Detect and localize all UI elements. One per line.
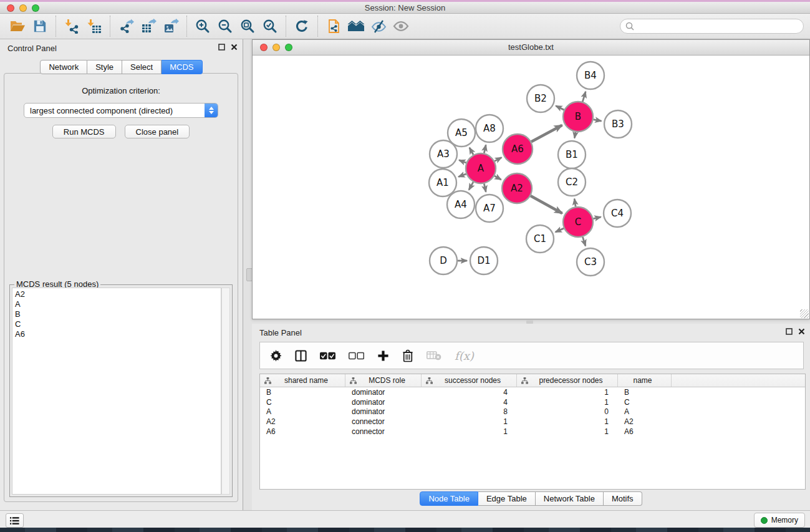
export-table-button[interactable] [137,16,160,37]
table-row[interactable]: Cdominator41C [260,397,805,407]
tab-edge-table[interactable]: Edge Table [478,491,536,506]
graph-edge-B-B3[interactable] [594,120,602,121]
graph-node-D1[interactable]: D1 [470,247,498,274]
result-scrollbar[interactable] [221,288,230,495]
show-column-button[interactable] [295,350,307,362]
graph-edge-A-A8[interactable] [484,145,486,153]
cell-shared-name[interactable]: B [260,388,345,397]
cell-mcds-role[interactable]: connector [345,427,422,436]
window-resize-grip[interactable] [800,309,809,318]
search-box[interactable] [620,19,804,34]
zoom-fit-button[interactable] [236,16,259,37]
graph-edge-A-A3[interactable] [459,160,466,163]
cell-mcds-role[interactable]: dominator [345,398,422,407]
graph-node-C3[interactable]: C3 [577,248,604,276]
tab-node-table[interactable]: Node Table [420,491,478,506]
table-row[interactable]: A6connector11A6 [260,427,805,437]
graph-edge-C-C3[interactable] [582,237,585,246]
graph-edge-A2-C[interactable] [531,196,562,213]
cell-shared-name[interactable]: A2 [260,417,345,426]
graph-node-A[interactable]: A [466,153,496,183]
export-image-button[interactable] [160,16,182,37]
cell-predecessor-nodes[interactable]: 1 [517,388,618,397]
cell-name[interactable]: A2 [618,417,672,426]
cell-name[interactable]: B [618,388,672,397]
graph-edge-A-A4[interactable] [469,182,473,190]
graph-node-C4[interactable]: C4 [604,200,631,227]
import-table-button[interactable] [83,16,105,37]
save-session-button[interactable] [29,16,51,37]
float-panel-icon[interactable] [786,328,793,335]
deselect-all-button[interactable] [349,352,364,360]
float-panel-icon[interactable] [218,44,225,51]
cell-shared-name[interactable]: A [260,407,345,416]
new-network-from-file-button[interactable] [322,16,345,37]
cell-predecessor-nodes[interactable]: 1 [517,398,618,407]
graph-node-B2[interactable]: B2 [527,85,554,112]
close-panel-icon[interactable] [798,328,805,335]
graph-edge-A-A7[interactable] [484,183,486,191]
graph-edge-A6-B[interactable] [531,125,562,142]
tab-network-table[interactable]: Network Table [536,491,604,506]
graph-edge-B-B2[interactable] [556,106,564,110]
cell-shared-name[interactable]: C [260,398,345,407]
memory-button[interactable]: Memory [754,513,805,528]
cell-mcds-role[interactable]: dominator [345,388,422,397]
search-input[interactable] [637,21,803,32]
add-column-button[interactable] [377,350,389,362]
result-item[interactable]: C [15,319,221,329]
import-network-button[interactable] [60,16,83,37]
cell-mcds-role[interactable]: dominator [345,407,422,416]
column-header-shared-name[interactable]: shared name [260,374,345,387]
export-network-button[interactable] [115,16,137,37]
cell-shared-name[interactable]: A6 [260,427,345,436]
graph-node-C[interactable]: C [563,207,593,237]
graph-edge-A-A6[interactable] [494,157,501,161]
graph-node-A8[interactable]: A8 [476,115,503,142]
cell-mcds-role[interactable]: connector [345,417,422,426]
criterion-select[interactable]: largest connected component (directed) [24,103,218,118]
cell-successor-nodes[interactable]: 1 [422,427,517,436]
graph-node-A7[interactable]: A7 [476,195,503,222]
graph-edge-C-C4[interactable] [593,217,600,219]
cell-successor-nodes[interactable]: 1 [422,417,517,426]
home-button[interactable] [345,16,367,37]
mcds-result-list[interactable]: A2ABCA6 [12,288,221,495]
result-item[interactable]: A2 [15,289,221,299]
cell-successor-nodes[interactable]: 8 [422,407,517,416]
result-item[interactable]: A6 [15,329,221,339]
graph-node-C1[interactable]: C1 [526,225,554,253]
graph-node-A5[interactable]: A5 [448,119,475,147]
cell-name[interactable]: A6 [618,427,672,436]
cell-predecessor-nodes[interactable]: 0 [517,407,618,416]
tab-motifs[interactable]: Motifs [604,491,642,506]
column-header-name[interactable]: name [618,374,672,387]
delete-column-button[interactable] [402,349,413,362]
table-row[interactable]: Bdominator41B [260,387,805,397]
graph-edge-A-A2[interactable] [494,176,501,180]
graph-node-B1[interactable]: B1 [558,141,586,168]
graph-edge-B-B1[interactable] [574,132,576,138]
cell-predecessor-nodes[interactable]: 1 [517,427,618,436]
table-row[interactable]: A2connector11A2 [260,417,805,427]
graph-node-A1[interactable]: A1 [429,169,456,196]
table-row[interactable]: Adominator80A [260,407,805,417]
graph-node-D[interactable]: D [430,247,457,274]
graph-edge-C-C2[interactable] [574,199,576,207]
tab-select[interactable]: Select [122,60,162,74]
show-panel-button[interactable] [390,16,412,37]
zoom-selected-button[interactable] [259,16,281,37]
select-all-button[interactable] [320,352,335,360]
graph-edge-B-B4[interactable] [582,92,586,102]
result-item[interactable]: A [15,299,221,309]
network-graph[interactable]: AA1A2A3A4A5A6A7A8BB1B2B3B4CC1C2C3C4DD1 [253,56,809,319]
network-canvas[interactable]: AA1A2A3A4A5A6A7A8BB1B2B3B4CC1C2C3C4DD1 [253,56,809,319]
close-panel-button[interactable]: Close panel [125,125,190,138]
graph-node-B3[interactable]: B3 [604,110,632,138]
result-item[interactable]: B [15,309,221,319]
graph-node-A6[interactable]: A6 [503,134,533,164]
graph-node-A2[interactable]: A2 [502,173,532,203]
task-history-button[interactable] [6,513,24,528]
column-header-successor-nodes[interactable]: successor nodes [422,374,517,387]
tab-style[interactable]: Style [87,60,122,74]
